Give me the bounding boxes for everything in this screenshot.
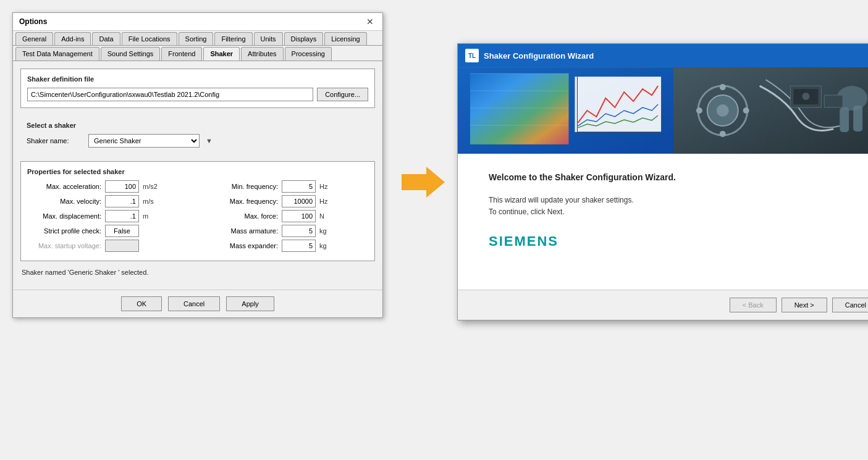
svg-rect-19 (840, 107, 849, 132)
prop-input-strict[interactable] (105, 225, 139, 237)
prop-input-mass-exp[interactable] (282, 240, 316, 252)
wizard-text-line1: This wizard will update your shaker sett… (489, 196, 634, 204)
bottom-buttons: OK Cancel Apply (13, 290, 382, 317)
wizard-welcome-title: Welcome to the Shaker Configuration Wiza… (489, 172, 858, 182)
arrow-container (402, 12, 439, 198)
right-props: Min. frequency: Hz Max. frequency: Hz Ma… (204, 180, 368, 254)
wizard-next-button[interactable]: Next > (782, 298, 827, 312)
tab-filtering[interactable]: Filtering (214, 32, 252, 45)
tab-sound-settings[interactable]: Sound Settings (101, 47, 161, 61)
prop-unit-mass-exp: kg (319, 242, 327, 249)
shaker-definition-label: Shaker definition file (27, 75, 368, 83)
svg-rect-20 (853, 106, 862, 132)
tab-file-locations[interactable]: File Locations (122, 32, 177, 45)
options-dialog: Options ✕ General Add-ins Data File Loca… (12, 12, 383, 318)
svg-point-14 (720, 84, 726, 90)
svg-point-13 (717, 104, 729, 117)
prop-label-max-disp: Max. displacement: (27, 212, 101, 220)
tab-licensing[interactable]: Licensing (324, 32, 366, 45)
wizard-dialog: TL Shaker Configuration Wizard ✕ (457, 43, 868, 320)
wizard-welcome-text: This wizard will update your shaker sett… (489, 194, 858, 218)
shaker-name-label: Shaker name: (27, 137, 82, 144)
wizard-header-images (458, 67, 868, 154)
configure-button[interactable]: Configure... (317, 88, 368, 101)
prop-mass-expander: Mass expander: kg (204, 240, 368, 252)
svg-marker-0 (402, 167, 445, 198)
prop-unit-max-disp: m (143, 212, 148, 220)
tab-attributes[interactable]: Attributes (241, 47, 283, 61)
wizard-body: Welcome to the Shaker Configuration Wiza… (458, 154, 868, 290)
prop-input-startup-voltage[interactable] (105, 240, 139, 252)
prop-strict-profile: Strict profile check: (27, 225, 192, 237)
wizard-machinery-svg (673, 67, 868, 154)
shaker-definition-section: Shaker definition file Configure... (20, 69, 375, 108)
prop-input-max-disp[interactable] (105, 210, 139, 222)
shaker-dropdown[interactable]: Generic Shaker (88, 134, 200, 148)
wizard-cancel-button[interactable]: Cancel (832, 298, 868, 312)
tab-frontend[interactable]: Frontend (161, 47, 202, 61)
svg-rect-10 (673, 67, 868, 154)
prop-max-acceleration: Max. acceleration: m/s2 (27, 180, 192, 193)
wizard-text-line2: To continue, click Next. (489, 207, 565, 216)
tab-test-data-management[interactable]: Test Data Management (15, 47, 99, 61)
file-row: Configure... (27, 88, 368, 101)
svg-point-17 (743, 107, 749, 114)
tab-displays[interactable]: Displays (284, 32, 324, 45)
svg-point-23 (802, 93, 809, 100)
prop-max-force: Max. force: N (204, 210, 368, 222)
siemens-brand: SIEMENS (489, 233, 858, 249)
svg-rect-24 (824, 95, 843, 107)
wizard-title-left: TL Shaker Configuration Wizard (465, 49, 594, 62)
options-titlebar: Options ✕ (13, 13, 382, 31)
svg-point-15 (720, 131, 726, 137)
wizard-image-right (673, 67, 868, 154)
tabs-row2: Test Data Management Sound Settings Fron… (13, 46, 382, 61)
prop-max-frequency: Max. frequency: Hz (204, 195, 368, 207)
tabs-row1: General Add-ins Data File Locations Sort… (13, 31, 382, 46)
prop-input-max-accel[interactable] (105, 180, 139, 193)
tab-sorting[interactable]: Sorting (179, 32, 214, 45)
prop-label-mass-arm: Mass armature: (204, 227, 278, 235)
file-path-input[interactable] (27, 88, 313, 101)
prop-max-startup-voltage: Max. startup voltage: (27, 240, 192, 252)
status-text: Shaker named 'Generic Shaker ' selected. (20, 269, 375, 276)
svg-point-16 (696, 107, 702, 114)
prop-label-max-accel: Max. acceleration: (27, 183, 101, 190)
tab-units[interactable]: Units (254, 32, 283, 45)
prop-unit-mass-arm: kg (319, 227, 327, 235)
options-title: Options (19, 17, 47, 26)
properties-section: Properties for selected shaker Max. acce… (20, 161, 375, 261)
wizard-title-text: Shaker Configuration Wizard (484, 51, 594, 61)
prop-input-max-freq[interactable] (282, 195, 316, 207)
cancel-button-options[interactable]: Cancel (168, 296, 220, 311)
tab-addins[interactable]: Add-ins (54, 32, 91, 45)
options-close-button[interactable]: ✕ (364, 17, 376, 27)
select-shaker-section: Select a shaker Shaker name: Generic Sha… (20, 115, 375, 154)
prop-input-max-force[interactable] (282, 210, 316, 222)
prop-unit-max-freq: Hz (319, 198, 327, 205)
prop-label-mass-exp: Mass expander: (204, 242, 278, 249)
tab-data[interactable]: Data (92, 32, 120, 45)
prop-label-strict: Strict profile check: (27, 227, 101, 235)
props-grid: Max. acceleration: m/s2 Max. velocity: m… (27, 180, 368, 254)
prop-input-min-freq[interactable] (282, 180, 316, 193)
tab-general[interactable]: General (15, 32, 53, 45)
ok-button[interactable]: OK (121, 296, 162, 311)
wizard-footer: < Back Next > Cancel (458, 290, 868, 320)
prop-unit-max-vel: m/s (143, 198, 154, 205)
tab-shaker[interactable]: Shaker (203, 47, 240, 61)
wizard-back-button[interactable]: < Back (730, 298, 777, 312)
right-arrow-icon (402, 167, 439, 198)
wizard-logo: TL (465, 49, 479, 62)
prop-label-startup-voltage: Max. startup voltage: (27, 242, 101, 249)
prop-max-displacement: Max. displacement: m (27, 210, 192, 222)
prop-input-mass-arm[interactable] (282, 225, 316, 237)
apply-button[interactable]: Apply (226, 296, 274, 311)
arrow-svg (402, 167, 445, 198)
prop-input-max-vel[interactable] (105, 195, 139, 207)
prop-label-max-freq: Max. frequency: (204, 198, 278, 205)
prop-label-min-freq: Min. frequency: (204, 183, 278, 190)
wizard-image-left (458, 67, 673, 154)
prop-mass-armature: Mass armature: kg (204, 225, 368, 237)
tab-processing[interactable]: Processing (285, 47, 332, 61)
